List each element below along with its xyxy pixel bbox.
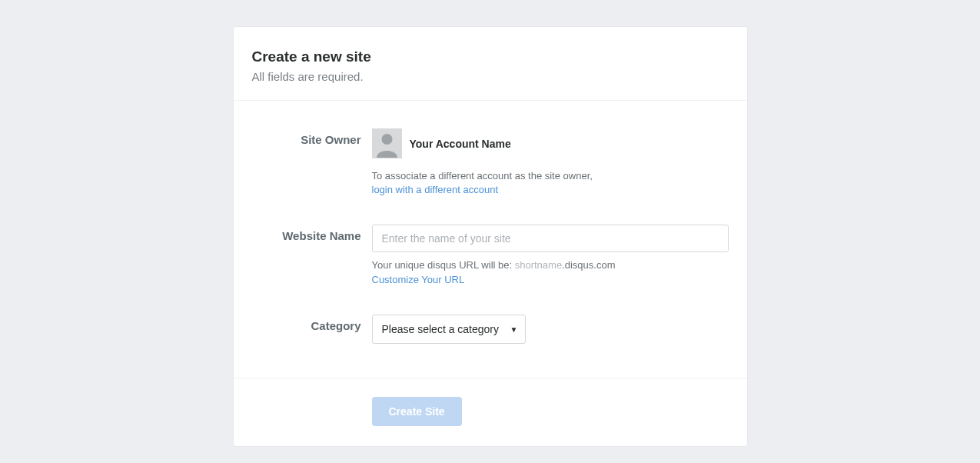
avatar-icon: [372, 128, 402, 158]
page-title: Create a new site: [252, 48, 729, 65]
website-name-input[interactable]: [372, 225, 729, 252]
login-different-account-link[interactable]: login with a different account: [372, 184, 499, 195]
customize-url-link[interactable]: Customize Your URL: [372, 274, 465, 285]
url-suffix-text: .disqus.com: [562, 259, 615, 271]
row-website-name: Website Name Your unique disqus URL will…: [252, 225, 729, 286]
form-body: Site Owner Your Account Name To associat…: [234, 101, 747, 378]
site-owner-help: To associate a different account as the …: [372, 169, 729, 197]
create-site-button[interactable]: Create Site: [372, 397, 462, 426]
label-category: Category: [252, 315, 372, 332]
category-select[interactable]: Please select a category: [372, 315, 526, 344]
svg-point-0: [381, 134, 392, 145]
row-category: Category Please select a category ▼: [252, 315, 729, 344]
create-site-card: Create a new site All fields are require…: [233, 26, 748, 447]
owner-account-name: Your Account Name: [410, 138, 511, 150]
page-subtitle: All fields are required.: [252, 70, 729, 83]
category-select-wrap: Please select a category ▼: [372, 315, 526, 344]
website-name-help: Your unique disqus URL will be: shortnam…: [372, 258, 729, 286]
label-site-owner: Site Owner: [252, 128, 372, 146]
card-footer: Create Site: [234, 378, 747, 446]
url-prefix-text: Your unique disqus URL will be:: [372, 259, 515, 271]
shortname-placeholder: shortname: [515, 259, 562, 271]
card-header: Create a new site All fields are require…: [234, 27, 747, 101]
row-site-owner: Site Owner Your Account Name To associat…: [252, 128, 729, 197]
site-owner-help-text: To associate a different account as the …: [372, 170, 593, 182]
label-website-name: Website Name: [252, 225, 372, 242]
owner-line: Your Account Name: [372, 128, 729, 158]
